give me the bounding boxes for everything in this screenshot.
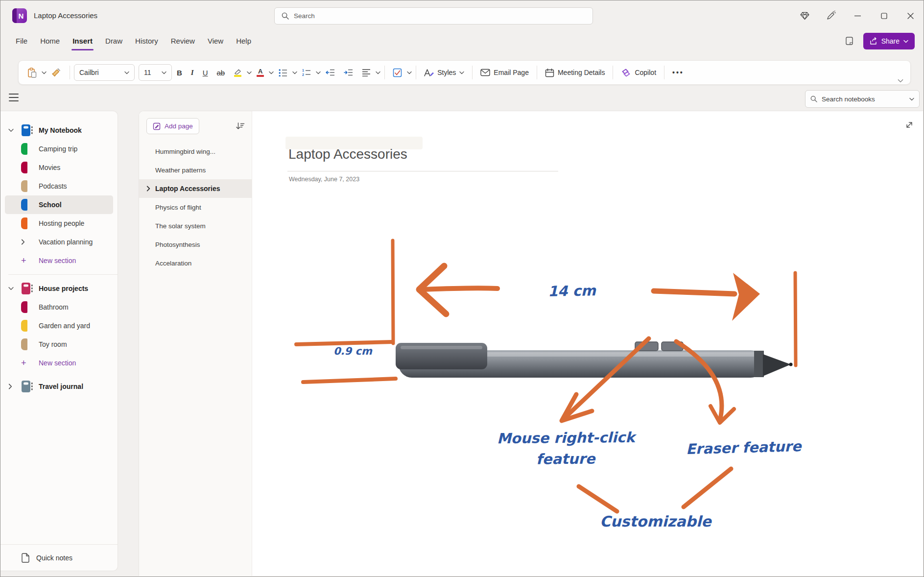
numbered-list-button[interactable]: 12 (298, 64, 315, 81)
share-button[interactable]: Share (863, 33, 915, 49)
section-group-vacation-planning[interactable]: Vacation planning (5, 233, 113, 251)
notebook-house-projects[interactable]: House projects (5, 279, 113, 298)
paste-button[interactable] (24, 64, 41, 81)
close-button[interactable] (897, 0, 924, 31)
styles-button[interactable]: Styles (420, 64, 468, 81)
page-item[interactable]: Hummingbird wing... (139, 142, 252, 161)
font-color-button[interactable]: A (253, 64, 268, 81)
section-label: Toy room (39, 340, 67, 348)
ellipsis-icon: ••• (672, 69, 684, 76)
menu-review[interactable]: Review (165, 31, 201, 51)
bullet-list-button[interactable] (275, 64, 291, 81)
notebook-my-notebook[interactable]: My Notebook (5, 121, 113, 140)
strikethrough-button[interactable]: ab (213, 64, 229, 81)
copilot-button[interactable]: Copilot (617, 64, 660, 81)
maximize-button[interactable] (871, 0, 897, 31)
page-item-selected[interactable]: Laptop Accessories (139, 179, 252, 198)
section-bathroom[interactable]: Bathroom (5, 298, 113, 316)
section-toy-room[interactable]: Toy room (5, 335, 113, 354)
search-placeholder: Search (294, 12, 315, 20)
todo-tag-button[interactable] (389, 64, 406, 81)
page-item[interactable]: Physics of flight (139, 198, 252, 216)
new-section-button[interactable]: + New section (5, 251, 113, 270)
italic-button[interactable]: I (187, 64, 198, 81)
section-garden-and-yard[interactable]: Garden and yard (5, 316, 113, 335)
underline-button[interactable]: U (199, 64, 212, 81)
chevron-down-icon[interactable] (376, 71, 380, 74)
menu-insert[interactable]: Insert (66, 31, 99, 51)
whats-new-button[interactable] (818, 0, 844, 31)
page-item[interactable]: Photosynthesis (139, 235, 252, 254)
alignment-button[interactable] (358, 64, 375, 81)
new-section-button[interactable]: + New section (5, 354, 113, 372)
page-title-label: Laptop Accessories (155, 185, 220, 192)
menu-view[interactable]: View (201, 31, 230, 51)
add-page-button[interactable]: Add page (146, 118, 199, 134)
premium-button[interactable] (791, 0, 818, 31)
section-camping-trip[interactable]: Camping trip (5, 140, 113, 158)
highlighter-button[interactable] (230, 64, 246, 81)
chevron-down-icon[interactable] (316, 71, 321, 74)
search-input[interactable]: Search (274, 7, 593, 24)
section-label: Garden and yard (39, 322, 90, 330)
ink-label-thickness[interactable]: 0.9 cm (333, 345, 372, 357)
more-options-button[interactable]: ••• (668, 64, 688, 81)
hamburger-menu-icon[interactable] (9, 94, 19, 101)
menu-history[interactable]: History (129, 31, 165, 51)
page-item[interactable]: Accelaration (139, 254, 252, 272)
chevron-down-icon[interactable] (247, 71, 252, 74)
chevron-down-icon[interactable] (292, 71, 297, 74)
page-item[interactable]: Weather patterns (139, 161, 252, 179)
decrease-indent-button[interactable] (322, 64, 339, 81)
close-icon (907, 13, 914, 19)
menu-file[interactable]: File (9, 31, 34, 51)
chevron-down-icon (8, 287, 21, 290)
sort-pages-icon[interactable] (236, 121, 245, 131)
menu-home[interactable]: Home (34, 31, 66, 51)
page-canvas[interactable]: Laptop Accessories Wednesday, June 7, 20… (252, 111, 923, 576)
chevron-down-icon[interactable] (269, 71, 274, 74)
chevron-right-icon (8, 384, 21, 389)
email-page-button[interactable]: Email Page (476, 64, 533, 81)
divider (70, 66, 70, 79)
chevron-down-icon[interactable] (42, 71, 47, 74)
section-movies[interactable]: Movies (5, 158, 113, 177)
ink-connector-left (579, 486, 617, 511)
divider (537, 66, 537, 79)
bold-button[interactable]: B (173, 64, 186, 81)
ink-label-customizable[interactable]: Customizable (600, 513, 711, 530)
new-section-label: New section (39, 359, 76, 367)
chevron-right-icon (146, 186, 150, 192)
page-title-label: The solar system (155, 222, 206, 230)
chevron-down-icon (903, 40, 908, 43)
quick-notes-button[interactable]: Quick notes (0, 544, 118, 571)
ink-label-length[interactable]: 14 cm (548, 282, 596, 300)
section-hosting-people[interactable]: Hosting people (5, 214, 113, 233)
page-item[interactable]: The solar system (139, 216, 252, 235)
collapse-ribbon-chevron[interactable] (898, 79, 903, 83)
notebook-label: My Notebook (39, 126, 82, 134)
side-by-side-icon[interactable] (844, 36, 854, 47)
menu-draw[interactable]: Draw (99, 31, 129, 51)
minimize-button[interactable] (844, 0, 871, 31)
copilot-icon (621, 68, 631, 78)
format-painter-button[interactable] (47, 64, 66, 81)
menu-help[interactable]: Help (230, 31, 258, 51)
section-label: Hosting people (39, 219, 84, 227)
stylus-image (396, 342, 793, 378)
section-color-tab (21, 180, 27, 192)
section-podcasts[interactable]: Podcasts (5, 177, 113, 195)
font-size-select[interactable]: 11 (139, 64, 172, 81)
ink-label-eraser-feature[interactable]: Eraser feature (686, 438, 802, 457)
increase-indent-button[interactable] (340, 64, 357, 81)
section-school-selected[interactable]: School (5, 195, 113, 214)
font-name-select[interactable]: Cailbri (74, 64, 135, 81)
notebook-search-input[interactable]: Search notebooks (805, 90, 920, 108)
ink-label-mouse-feature[interactable]: Mouse right-click feature (497, 427, 635, 470)
window-controls (791, 0, 924, 31)
notebook-travel-journal[interactable]: Travel journal (5, 377, 113, 396)
chevron-down-icon[interactable] (407, 71, 412, 74)
styles-icon (424, 69, 434, 77)
meeting-details-button[interactable]: Meeting Details (541, 64, 609, 81)
divider (8, 274, 118, 275)
